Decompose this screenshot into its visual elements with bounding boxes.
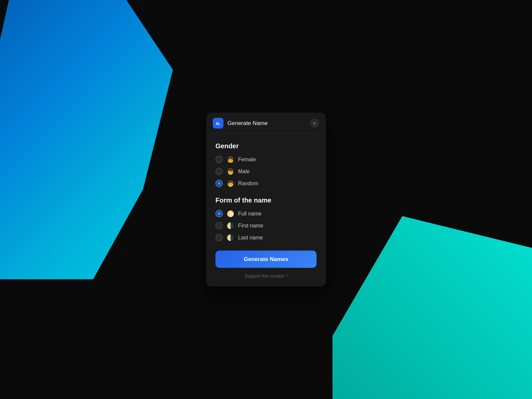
gender-section-title: Gender <box>215 142 317 150</box>
dialog-body: Gender 👧 Female 👦 Male 🧒 Random Fo <box>206 134 326 287</box>
gender-label-random: Random <box>238 181 258 187</box>
close-button[interactable]: ✕ <box>310 119 319 128</box>
form-radio-full[interactable] <box>215 210 223 217</box>
form-option-last[interactable]: 🌗 Last name <box>215 234 317 241</box>
support-link[interactable]: Support the creator * <box>215 273 317 279</box>
form-emoji-first: 🌗 <box>227 222 234 229</box>
gender-section: Gender 👧 Female 👦 Male 🧒 Random <box>215 142 317 187</box>
gender-option-female[interactable]: 👧 Female <box>215 156 317 163</box>
form-emoji-full: 🌕 <box>227 210 234 217</box>
form-section-title: Form of the name <box>215 197 317 204</box>
title-left: n. Generate Name <box>213 118 268 129</box>
dialog: n. Generate Name ✕ Gender 👧 Female 👦 Mal… <box>206 113 326 287</box>
gender-radio-female[interactable] <box>215 156 223 163</box>
gender-emoji-female: 👧 <box>227 156 234 163</box>
gender-option-random[interactable]: 🧒 Random <box>215 180 317 187</box>
form-radio-last[interactable] <box>215 234 223 241</box>
form-option-full[interactable]: 🌕 Full name <box>215 210 317 217</box>
form-label-full: Full name <box>238 211 261 217</box>
form-emoji-last: 🌗 <box>227 234 234 241</box>
form-label-last: Last name <box>238 235 263 241</box>
generate-names-button[interactable]: Generate Names <box>215 251 317 268</box>
gender-radio-male[interactable] <box>215 168 223 175</box>
gender-label-female: Female <box>238 157 256 163</box>
gender-emoji-male: 👦 <box>227 168 234 175</box>
gender-radio-random[interactable] <box>215 180 223 187</box>
form-label-first: First name <box>238 223 263 229</box>
dialog-title: Generate Name <box>227 120 268 127</box>
form-option-first[interactable]: 🌗 First name <box>215 222 317 229</box>
gender-label-male: Male <box>238 169 250 175</box>
gender-option-male[interactable]: 👦 Male <box>215 168 317 175</box>
background-shape-right <box>332 216 532 399</box>
form-radio-first[interactable] <box>215 222 223 229</box>
form-section: Form of the name 🌕 Full name 🌗 First nam… <box>215 197 317 241</box>
title-bar: n. Generate Name ✕ <box>206 113 326 134</box>
gender-emoji-random: 🧒 <box>227 180 234 187</box>
background-shape-left <box>0 0 173 279</box>
app-icon: n. <box>213 118 223 129</box>
